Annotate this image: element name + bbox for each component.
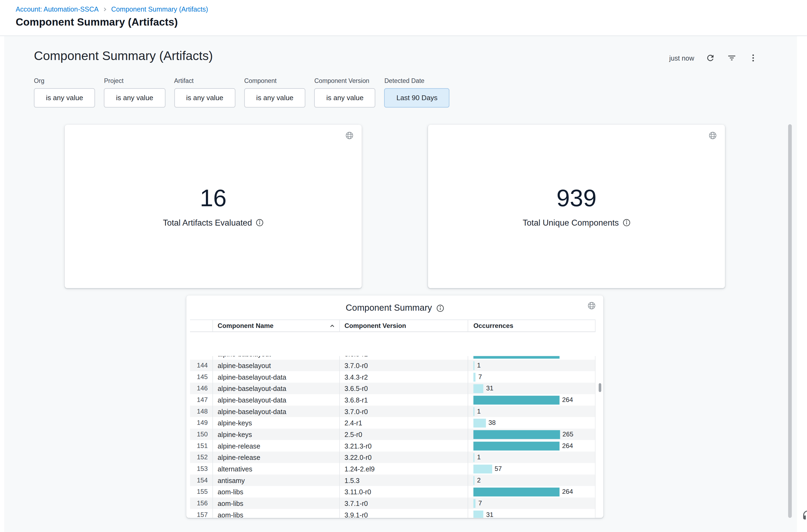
table-row[interactable]: 143alpine-baselayout3.6.8-r1264	[190, 356, 596, 360]
component-version-cell: 3.21.3-r0	[340, 440, 468, 452]
occurrence-value: 2	[477, 477, 480, 484]
occurrence-value: 264	[562, 356, 573, 358]
occurrences-cell: 57	[468, 463, 595, 475]
last-refreshed-text: just now	[669, 54, 694, 62]
component-name-cell: aom-libs	[213, 509, 340, 518]
dashboard-title: Component Summary (Artifacts)	[34, 49, 213, 63]
occurrence-bar	[474, 464, 492, 473]
component-version-cell: 3.6.8-r1	[340, 394, 468, 406]
occurrence-value: 264	[562, 396, 573, 403]
occurrences-cell: 1	[468, 360, 595, 371]
row-number: 144	[190, 360, 213, 371]
occurrence-value: 57	[495, 465, 502, 473]
occurrence-bar	[474, 372, 476, 381]
occurrence-value: 264	[562, 488, 573, 495]
occurrences-cell: 38	[468, 417, 595, 429]
occurrence-bar	[474, 396, 560, 404]
filter-bar: Orgis any valueProjectis any valueArtifa…	[34, 77, 449, 108]
occurrence-value: 265	[562, 431, 573, 438]
table-row[interactable]: 145alpine-baselayout-data3.4.3-r27	[190, 371, 596, 383]
filter-value-button[interactable]: Last 90 Days	[384, 88, 449, 108]
occurrence-value: 7	[478, 500, 482, 507]
refresh-button[interactable]	[705, 53, 716, 63]
component-name-cell: alpine-baselayout-data	[213, 394, 340, 406]
table-row[interactable]: 147alpine-baselayout-data3.6.8-r1264	[190, 394, 596, 406]
filter-value-button[interactable]: is any value	[244, 88, 305, 108]
component-name-cell: alpine-baselayout	[213, 360, 340, 371]
table-row[interactable]: 156aom-libs3.7.1-r07	[190, 497, 596, 509]
filter-artifact: Artifactis any value	[174, 77, 235, 108]
component-name-cell: aom-libs	[213, 486, 340, 497]
breadcrumb: Account: Automation-SSCA Component Summa…	[16, 5, 208, 13]
info-icon[interactable]	[256, 218, 264, 226]
component-name-cell: alpine-release	[213, 440, 340, 452]
column-header-row-number	[190, 320, 213, 332]
occurrence-bar	[474, 418, 486, 427]
filter-icon	[727, 53, 736, 63]
total-components-label: Total Unique Components	[523, 218, 619, 228]
occurrences-cell: 31	[468, 509, 595, 518]
page-scrollbar-thumb[interactable]	[788, 124, 792, 518]
component-version-cell: 3.4.3-r2	[340, 371, 468, 383]
occurrences-cell: 7	[468, 497, 595, 509]
filter-button[interactable]	[727, 53, 737, 63]
table-row[interactable]: 154antisamy1.5.32	[190, 475, 596, 486]
table-row[interactable]: 144alpine-baselayout3.7.0-r01	[190, 360, 596, 371]
total-artifacts-label: Total Artifacts Evaluated	[163, 218, 252, 228]
table-scrollbar-thumb[interactable]	[599, 383, 601, 392]
sort-ascending-icon	[329, 323, 335, 328]
column-header-label: Component Name	[218, 322, 273, 329]
more-options-button[interactable]	[748, 53, 758, 63]
component-table: Component Name Component Version Occurre…	[190, 320, 596, 332]
component-name-cell: alternatives	[213, 463, 340, 475]
occurrence-bar	[474, 510, 484, 518]
filter-detected-date: Detected DateLast 90 Days	[384, 77, 449, 108]
row-number: 148	[190, 406, 213, 417]
column-header-occurrences[interactable]: Occurrences	[468, 320, 595, 332]
occurrence-bar	[474, 384, 484, 393]
component-version-cell: 1.5.3	[340, 475, 468, 486]
globe-icon	[708, 131, 717, 142]
table-row[interactable]: 148alpine-baselayout-data3.7.0-r01	[190, 406, 596, 417]
breadcrumb-chevron-icon	[102, 6, 108, 12]
occurrence-bar	[474, 499, 476, 508]
component-name-cell: aom-libs	[213, 497, 340, 509]
component-summary-card: Component Summary Component Name Compone…	[186, 295, 603, 518]
table-row[interactable]: 151alpine-release3.21.3-r0264	[190, 440, 596, 452]
tile-total-unique-components: 939 Total Unique Components	[428, 125, 725, 288]
occurrences-cell: 2	[468, 475, 595, 486]
occurrence-value: 38	[488, 419, 496, 426]
table-body: 143alpine-baselayout3.6.8-r1264144alpine…	[190, 356, 596, 518]
filter-value-button[interactable]: is any value	[104, 88, 165, 108]
dashboard-actions: just now	[669, 53, 758, 63]
occurrences-cell: 1	[468, 452, 595, 463]
table-row[interactable]: 149alpine-keys2.4-r138	[190, 417, 596, 429]
refresh-icon	[706, 53, 715, 63]
occurrence-value: 264	[562, 442, 573, 449]
table-row[interactable]: 150alpine-keys2.5-r0265	[190, 429, 596, 440]
support-headset-icon[interactable]	[801, 509, 807, 522]
component-version-cell: 3.11.0-r0	[340, 486, 468, 497]
occurrence-bar	[474, 476, 475, 484]
info-icon[interactable]	[436, 304, 444, 312]
filter-value-button[interactable]: is any value	[314, 88, 376, 108]
breadcrumb-account-link[interactable]: Account: Automation-SSCA	[16, 5, 98, 13]
table-row[interactable]: 157aom-libs3.9.1-r031	[190, 509, 596, 518]
occurrences-cell: 264	[468, 394, 595, 406]
occurrence-value: 31	[486, 385, 494, 392]
column-header-component-version[interactable]: Component Version	[340, 320, 468, 332]
table-row[interactable]: 153alternatives1.24-2.el957	[190, 463, 596, 475]
filter-value-button[interactable]: is any value	[34, 88, 95, 108]
info-icon[interactable]	[622, 218, 630, 226]
table-row[interactable]: 146alpine-baselayout-data3.6.5-r031	[190, 383, 596, 394]
row-number: 146	[190, 383, 213, 394]
table-row[interactable]: 155aom-libs3.11.0-r0264	[190, 486, 596, 497]
breadcrumb-page-link[interactable]: Component Summary (Artifacts)	[111, 5, 208, 13]
row-number: 152	[190, 452, 213, 463]
column-header-component-name[interactable]: Component Name	[213, 320, 340, 332]
occurrence-bar	[474, 441, 560, 450]
row-number: 155	[190, 486, 213, 497]
page-header: Account: Automation-SSCA Component Summa…	[0, 0, 807, 36]
table-row[interactable]: 152alpine-release3.22.0-r01	[190, 452, 596, 463]
filter-value-button[interactable]: is any value	[174, 88, 235, 108]
